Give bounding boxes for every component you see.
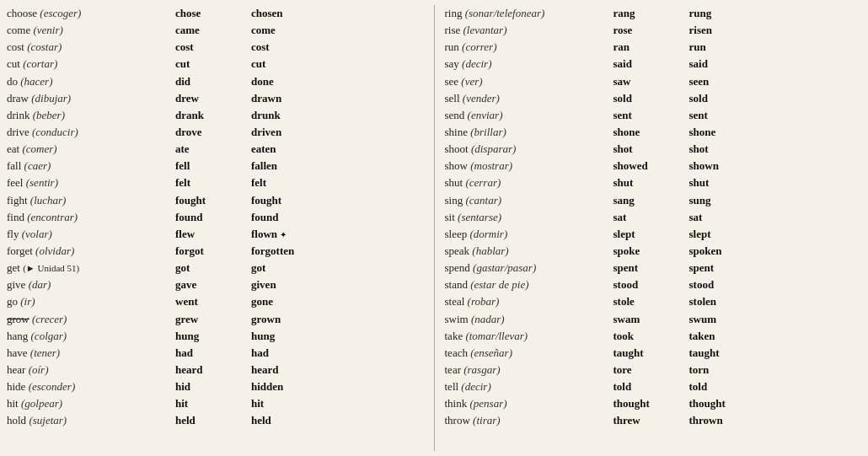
base-word: rise (levantar) — [445, 22, 613, 39]
table-row: tell (decir)toldtold — [445, 378, 862, 395]
table-row: cost (costar)costcost — [7, 39, 424, 56]
base-word: grow (crecer) — [7, 311, 175, 328]
past-simple: hung — [175, 328, 251, 345]
past-participle: shone — [689, 124, 862, 141]
table-row: tear (rasgar)toretorn — [445, 362, 862, 378]
past-simple: sold — [613, 90, 689, 107]
past-participle: done — [251, 73, 424, 90]
table-row: go (ir)wentgone — [7, 293, 424, 310]
past-participle: torn — [689, 362, 862, 378]
past-simple: told — [613, 378, 689, 395]
past-participle: sold — [689, 90, 862, 107]
base-word: tear (rasgar) — [445, 362, 613, 378]
base-word: go (ir) — [7, 293, 175, 310]
base-word: hang (colgar) — [7, 328, 175, 345]
table-row: hide (esconder)hidhidden — [7, 378, 424, 395]
past-participle: slept — [689, 226, 862, 243]
table-row: say (decir)saidsaid — [445, 56, 862, 72]
table-row: stand (estar de pie)stoodstood — [445, 276, 862, 293]
base-word: sing (cantar) — [445, 192, 613, 209]
past-simple: chose — [175, 5, 251, 22]
past-simple: sat — [613, 209, 689, 226]
past-participle: given — [251, 276, 424, 293]
past-participle: chosen — [251, 5, 424, 22]
base-word: spend (gastar/pasar) — [445, 260, 613, 276]
past-participle: eaten — [251, 141, 424, 158]
past-participle: spoken — [689, 243, 862, 260]
base-word: eat (comer) — [7, 141, 175, 158]
page: choose (escoger)chosechosencome (venir)c… — [0, 0, 868, 456]
past-simple: ran — [613, 39, 689, 56]
past-simple: ate — [175, 141, 251, 158]
past-participle: found — [251, 209, 424, 226]
past-simple: shut — [613, 174, 689, 191]
past-participle: sent — [689, 107, 862, 124]
table-row: hit (golpear)hithit — [7, 395, 424, 412]
past-simple: flew — [175, 226, 251, 243]
past-simple: drank — [175, 107, 251, 124]
past-simple: said — [613, 56, 689, 72]
past-participle: shown — [689, 158, 862, 174]
past-simple: tore — [613, 362, 689, 378]
past-participle: hidden — [251, 378, 424, 395]
past-participle: forgotten — [251, 243, 424, 260]
past-simple: found — [175, 209, 251, 226]
base-word: steal (robar) — [445, 293, 613, 310]
table-row: ring (sonar/telefonear)rangrung — [445, 5, 862, 22]
table-row: give (dar)gavegiven — [7, 276, 424, 293]
base-word: speak (hablar) — [445, 243, 613, 260]
table-row: feel (sentir)feltfelt — [7, 174, 424, 191]
past-participle: hung — [251, 328, 424, 345]
past-simple: hit — [175, 395, 251, 412]
table-row: take (tomar/llevar)tooktaken — [445, 328, 862, 345]
past-simple: spent — [613, 260, 689, 276]
table-row: sell (vender)soldsold — [445, 90, 862, 107]
base-word: shut (cerrar) — [445, 174, 613, 191]
table-row: sing (cantar)sangsung — [445, 192, 862, 209]
past-participle: shot — [689, 141, 862, 158]
base-word: say (decir) — [445, 56, 613, 72]
table-row: have (tener)hadhad — [7, 345, 424, 362]
past-participle: seen — [689, 73, 862, 90]
past-simple: came — [175, 22, 251, 39]
base-word: sell (vender) — [445, 90, 613, 107]
base-word: drink (beber) — [7, 107, 175, 124]
base-word: find (encontrar) — [7, 209, 175, 226]
base-word: show (mostrar) — [445, 158, 613, 174]
base-word: see (ver) — [445, 73, 613, 90]
past-simple: slept — [613, 226, 689, 243]
base-word: fight (luchar) — [7, 192, 175, 209]
past-simple: gave — [175, 276, 251, 293]
base-word: have (tener) — [7, 345, 175, 362]
past-participle: rung — [689, 5, 862, 22]
table-row: fight (luchar)foughtfought — [7, 192, 424, 209]
base-word: cut (cortar) — [7, 56, 175, 72]
past-simple: drove — [175, 124, 251, 141]
base-word: tell (decir) — [445, 378, 613, 395]
table-row: think (pensar)thoughtthought — [445, 395, 862, 412]
left-column: choose (escoger)chosechosencome (venir)c… — [0, 5, 431, 451]
base-word: come (venir) — [7, 22, 175, 39]
table-row: run (correr)ranrun — [445, 39, 862, 56]
table-row: fall (caer)fellfallen — [7, 158, 424, 174]
table-row: get (► Unidad 51)gotgot — [7, 260, 424, 276]
table-row: sleep (dormir)sleptslept — [445, 226, 862, 243]
past-participle: drawn — [251, 90, 424, 107]
base-word: hear (oír) — [7, 362, 175, 378]
table-row: cut (cortar)cutcut — [7, 56, 424, 72]
past-simple: cost — [175, 39, 251, 56]
base-word: get (► Unidad 51) — [7, 260, 175, 276]
past-participle: sat — [689, 209, 862, 226]
past-simple: heard — [175, 362, 251, 378]
base-word: give (dar) — [7, 276, 175, 293]
past-participle: thrown — [689, 412, 862, 429]
past-simple: sang — [613, 192, 689, 209]
past-simple: rose — [613, 22, 689, 39]
base-word: hide (esconder) — [7, 378, 175, 395]
past-simple: felt — [175, 174, 251, 191]
past-participle: cut — [251, 56, 424, 72]
base-word: hit (golpear) — [7, 395, 175, 412]
base-word: choose (escoger) — [7, 5, 175, 22]
base-word: shoot (disparar) — [445, 141, 613, 158]
base-word: sit (sentarse) — [445, 209, 613, 226]
